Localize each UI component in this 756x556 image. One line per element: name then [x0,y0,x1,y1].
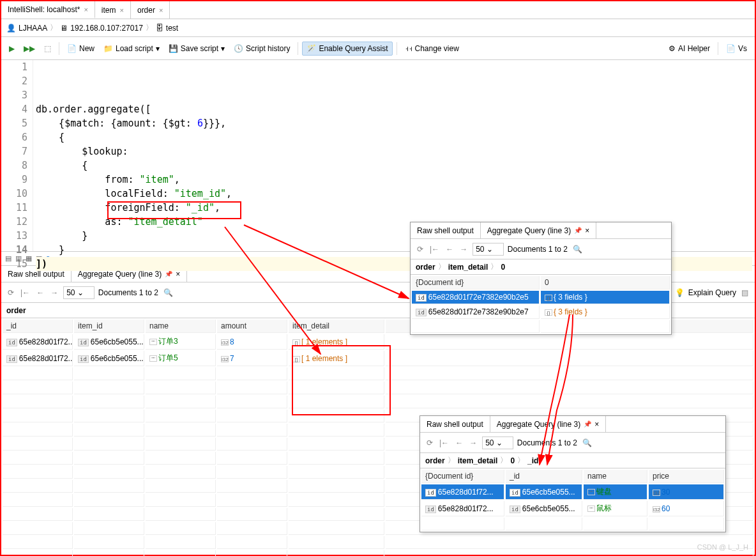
first-page-icon[interactable]: |← [19,288,31,297]
tab-order[interactable]: order × [131,1,170,19]
script-history-button[interactable]: 🕓Script history [230,42,294,55]
change-view-button[interactable]: ⫞⫞Change view [401,42,463,55]
tab-aggregate-query[interactable]: Aggregate Query (line 3) 📌 × [481,222,596,238]
first-page-icon[interactable]: |← [428,245,441,254]
pin-icon[interactable]: 📌 [584,421,591,428]
refresh-icon[interactable]: ⟳ [6,288,15,297]
annotation-box [292,345,391,415]
save-script-button[interactable]: 💾Save script ▾ [165,42,229,55]
tab-raw-output[interactable]: Raw shell output [420,416,490,432]
search-icon[interactable]: 🔍 [581,438,593,447]
username: LJHAAA [19,24,47,33]
database-icon: 🗄 [156,24,163,33]
main-toolbar: ▶ ▶▶ ⬚ 📄New 📁Load script ▾ 💾Save script … [1,37,755,60]
tab-item[interactable]: item × [95,1,131,19]
first-page-icon[interactable]: |← [438,438,450,447]
prev-page-icon[interactable]: ← [454,438,464,447]
close-icon[interactable]: × [594,420,599,429]
pin-icon[interactable]: 📌 [574,227,582,234]
run-button[interactable]: ▶ [5,42,19,55]
refresh-icon[interactable]: ⟳ [416,245,425,254]
page-size-select[interactable]: 50 ⌄ [472,243,504,256]
line-gutter: 123456789101112131415 [1,60,33,251]
load-script-button[interactable]: 📁Load script ▾ [100,42,163,55]
chevron-icon: 〉 [146,22,153,33]
popup-breadcrumb: order〉item_detail〉0〉_id [420,453,725,468]
table-row[interactable]: id65e828d01f72e7382e90b2e5 {}{ 3 fields … [412,291,670,304]
close-icon[interactable]: × [159,6,163,14]
watermark: CSDN @ L_J_H [697,543,748,551]
host: 192.168.0.107:27017 [70,24,142,33]
refresh-icon[interactable]: ⟳ [425,438,434,447]
run-selection-button[interactable]: ⬚ [40,42,55,55]
vs-button[interactable]: 📄Vs [722,42,751,55]
tab-intellishell[interactable]: IntelliShell: localhost* × [1,1,95,19]
tab-aggregate-query[interactable]: Aggregate Query (line 3) 📌 × [490,416,606,432]
new-button[interactable]: 📄New [63,42,98,55]
close-icon[interactable]: × [84,6,87,13]
server-icon: 🖥 [60,24,68,33]
user-icon: 👤 [6,24,16,33]
tab-label: item [102,6,116,15]
chevron-icon: 〉 [50,22,57,33]
popup-breadcrumb: order〉item_detail〉0 [411,259,671,275]
connection-breadcrumb: 👤 LJHAAA 〉 🖥 192.168.0.107:27017 〉 🗄 tes… [1,19,755,37]
tab-label: IntelliShell: localhost* [8,5,80,14]
close-icon[interactable]: × [120,6,124,14]
page-size-select[interactable]: 50 ⌄ [482,436,513,449]
detail-popup-1: Raw shell output Aggregate Query (line 3… [410,222,672,335]
db-name: test [166,24,178,33]
view-icon[interactable]: ▥ [15,254,22,263]
search-icon[interactable]: 🔍 [571,245,584,254]
table-row[interactable]: id65e828d01f72... id65e6cb5e055... ""鼠标 … [421,501,724,516]
tab-label: order [137,6,155,15]
next-page-icon[interactable]: → [468,438,478,447]
detail-popup-2: Raw shell output Aggregate Query (line 3… [420,415,726,532]
close-icon[interactable]: × [585,226,589,235]
editor-tabs: IntelliShell: localhost* × item × order … [1,1,755,19]
table-row[interactable]: id65e828d01f72e7382e90b2e7 {}{ 3 fields … [412,305,670,319]
annotation-box [107,201,241,219]
run-all-button[interactable]: ▶▶ [20,42,39,55]
tab-raw-output[interactable]: Raw shell output [411,222,481,238]
table-row[interactable]: id65e828d01f72... id65e6cb5e055... ""键盘 … [421,484,724,500]
prev-page-icon[interactable]: ← [444,245,455,254]
ai-helper-button[interactable]: ⚙AI Helper [665,42,714,55]
enable-query-assist-button[interactable]: 🪄Enable Query Assist [302,42,392,56]
view-icon[interactable]: ▤ [5,254,11,263]
next-page-icon[interactable]: → [458,245,469,254]
view-icon[interactable]: ▦ [26,254,32,263]
